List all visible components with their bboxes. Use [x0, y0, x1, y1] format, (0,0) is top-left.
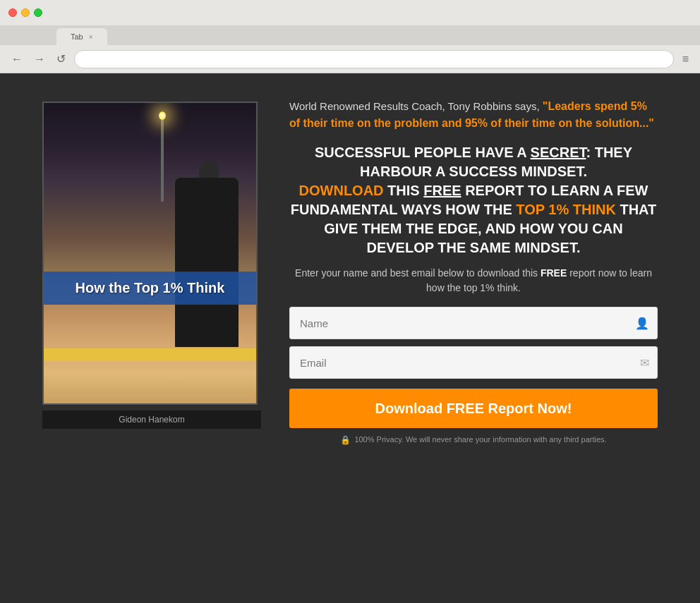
book-cover: How the Top 1% Think	[42, 102, 258, 405]
page-content: How the Top 1% Think Gideon Hanekom Worl…	[0, 73, 700, 603]
person-icon: 👤	[635, 317, 649, 330]
road-stripe-decoration	[44, 348, 256, 361]
book-author: Gideon Hanekom	[42, 410, 261, 429]
right-content: World Renowned Results Coach, Tony Robbi…	[289, 95, 658, 445]
browser-toolbar: ← → ↺ ≡	[0, 45, 700, 73]
figure-body	[175, 178, 239, 347]
browser-tab[interactable]: Tab ×	[56, 28, 107, 45]
browser-titlebar	[0, 0, 700, 25]
sub-text: Enter your name and best email below to …	[289, 266, 658, 296]
browser-chrome: Tab × ← → ↺ ≡	[0, 0, 700, 73]
forward-button[interactable]: →	[31, 51, 48, 67]
book-cover-container: How the Top 1% Think Gideon Hanekom	[42, 102, 261, 429]
refresh-button[interactable]: ↺	[54, 51, 68, 67]
quote-intro: World Renowned Results Coach, Tony Robbi…	[289, 98, 658, 132]
privacy-note: 🔒 100% Privacy. We will never share your…	[289, 435, 658, 445]
book-title-banner: How the Top 1% Think	[44, 272, 256, 305]
address-bar[interactable]	[74, 50, 674, 68]
traffic-lights	[8, 8, 42, 17]
minimize-window-button[interactable]	[21, 8, 30, 17]
lock-icon: 🔒	[340, 435, 351, 445]
main-headline: SUCCESSFUL PEOPLE HAVE A SECRET: THEY HA…	[289, 143, 658, 257]
email-input[interactable]	[289, 346, 658, 379]
email-field-group: ✉	[289, 346, 658, 379]
back-button[interactable]: ←	[8, 51, 25, 67]
maximize-window-button[interactable]	[34, 8, 42, 17]
tab-close-button[interactable]: ×	[89, 33, 93, 41]
close-window-button[interactable]	[8, 8, 17, 17]
name-field-group: 👤	[289, 307, 658, 339]
book-title: How the Top 1% Think	[76, 280, 225, 296]
name-input[interactable]	[289, 307, 658, 339]
tab-label: Tab	[71, 32, 83, 41]
tab-bar: Tab ×	[0, 25, 700, 45]
email-icon: ✉	[640, 356, 649, 370]
figure-decoration	[161, 164, 246, 347]
browser-menu-icon[interactable]: ≡	[680, 51, 692, 67]
book-background: How the Top 1% Think	[44, 103, 256, 403]
download-cta-button[interactable]: Download FREE Report Now!	[289, 389, 658, 428]
